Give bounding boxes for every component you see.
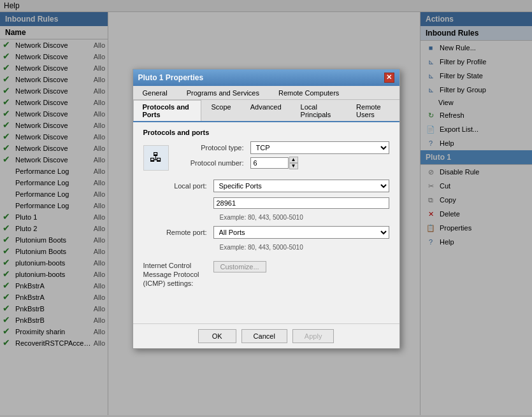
modal-titlebar: Pluto 1 Properties ✕ bbox=[133, 69, 399, 86]
customize-button[interactable]: Customize... bbox=[213, 261, 266, 272]
local-port-input-row bbox=[143, 197, 389, 209]
local-port-control: Specific Ports All Ports RPC RPC Endpoin… bbox=[213, 180, 389, 192]
modal-overlay: Pluto 1 Properties ✕ General Programs an… bbox=[0, 0, 532, 417]
local-port-example: Example: 80, 443, 5000-5010 bbox=[220, 214, 389, 221]
remote-port-row: Remote port: All Ports Specific Ports bbox=[143, 226, 389, 239]
remote-port-select[interactable]: All Ports Specific Ports bbox=[213, 226, 389, 239]
tab-remote-users[interactable]: Remote Users bbox=[347, 100, 399, 121]
protocol-type-inner-row: Protocol type: TCP UDP ICMPv4 ICMPv6 Any bbox=[180, 141, 389, 154]
spinner-up[interactable]: ▲ bbox=[289, 157, 298, 163]
apply-button[interactable]: Apply bbox=[292, 329, 334, 343]
tab-general[interactable]: General bbox=[133, 86, 177, 99]
modal-tabs-row2: Protocols and Ports Scope Advanced Local… bbox=[133, 100, 399, 122]
tab-local-principals[interactable]: Local Principals bbox=[291, 100, 347, 121]
local-port-label: Local port: bbox=[143, 182, 213, 190]
modal-footer: OK Cancel Apply bbox=[133, 323, 399, 348]
modal-title: Pluto 1 Properties bbox=[138, 73, 204, 82]
icmp-row: Internet Control Message Protocol(ICMP) … bbox=[143, 261, 389, 288]
tab-advanced[interactable]: Advanced bbox=[241, 100, 291, 121]
protocol-type-select[interactable]: TCP UDP ICMPv4 ICMPv6 Any bbox=[250, 141, 389, 154]
ok-button[interactable]: OK bbox=[198, 329, 236, 343]
protocol-number-input[interactable] bbox=[250, 157, 289, 169]
protocol-number-input-row: ▲ ▼ bbox=[250, 157, 389, 169]
remote-port-control: All Ports Specific Ports bbox=[213, 226, 389, 239]
remote-port-example: Example: 80, 443, 5000-5010 bbox=[220, 244, 389, 251]
tab-remote-computers[interactable]: Remote Computers bbox=[269, 86, 349, 99]
cancel-button[interactable]: Cancel bbox=[241, 329, 287, 343]
protocol-number-row: Protocol number: ▲ ▼ bbox=[180, 157, 389, 169]
modal-tabs-row1: General Programs and Services Remote Com… bbox=[133, 86, 399, 100]
tab-protocols-ports[interactable]: Protocols and Ports bbox=[133, 100, 202, 121]
tab-programs-services[interactable]: Programs and Services bbox=[177, 86, 269, 99]
protocol-icon: 🖧 bbox=[143, 145, 169, 171]
modal-close-button[interactable]: ✕ bbox=[384, 73, 394, 83]
modal-dialog: Pluto 1 Properties ✕ General Programs an… bbox=[133, 69, 400, 349]
local-port-input[interactable] bbox=[213, 197, 389, 209]
spinner-down[interactable]: ▼ bbox=[289, 163, 298, 169]
protocol-type-row: 🖧 Protocol type: TCP UDP ICMPv4 ICMPv6 bbox=[143, 141, 389, 174]
protocol-number-spinner: ▲ ▼ bbox=[289, 157, 298, 169]
local-port-input-control bbox=[213, 197, 389, 209]
modal-body: Protocols and ports 🖧 Protocol type: TCP bbox=[133, 122, 399, 323]
local-port-row: Local port: Specific Ports All Ports RPC… bbox=[143, 180, 389, 192]
protocol-type-control: TCP UDP ICMPv4 ICMPv6 Any bbox=[250, 141, 389, 154]
protocol-number-control: ▲ ▼ bbox=[250, 157, 389, 169]
local-port-select[interactable]: Specific Ports All Ports RPC RPC Endpoin… bbox=[213, 180, 389, 192]
remote-port-label: Remote port: bbox=[143, 229, 213, 236]
tab-scope[interactable]: Scope bbox=[201, 100, 240, 121]
icmp-label: Internet Control Message Protocol(ICMP) … bbox=[143, 261, 213, 288]
protocol-number-label: Protocol number: bbox=[180, 159, 250, 167]
protocol-type-label: Protocol type: bbox=[180, 144, 250, 152]
section-title-protocols: Protocols and ports bbox=[143, 129, 389, 136]
